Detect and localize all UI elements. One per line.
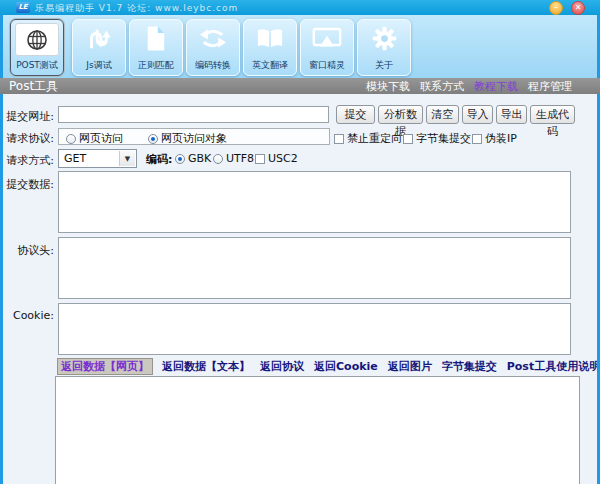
radio-label: 网页访问对象 xyxy=(161,131,227,146)
tab-byteset-submit[interactable]: 字节集提交 xyxy=(441,358,498,375)
import-button[interactable]: 导入 xyxy=(462,105,493,124)
radio-label: GBK xyxy=(188,152,211,165)
radio-label: UTF8 xyxy=(226,152,254,165)
checkbox-no-redirect[interactable]: 禁止重定向 xyxy=(334,131,402,146)
tab-return-image[interactable]: 返回图片 xyxy=(387,358,433,375)
radio-web-access[interactable]: 网页访问 xyxy=(66,131,123,146)
checkbox-label: USC2 xyxy=(268,152,298,165)
output-panel[interactable] xyxy=(55,376,580,484)
radio-web-access-object[interactable]: 网页访问对象 xyxy=(148,131,227,146)
checkbox-usc2[interactable]: USC2 xyxy=(255,152,298,165)
document-icon xyxy=(134,23,178,54)
window-border-left xyxy=(0,0,3,484)
toolbar-button-js-debug[interactable]: Js调试 xyxy=(72,19,126,76)
menu-item-contact[interactable]: 联系方式 xyxy=(420,79,464,94)
close-button[interactable]: ✕ xyxy=(571,1,585,15)
gear-icon xyxy=(362,23,406,54)
menubar: Post工具 模块下载 联系方式 教程下载 程序管理 xyxy=(0,78,600,94)
toolbar-button-label: 正则匹配 xyxy=(130,59,182,72)
page-title: Post工具 xyxy=(9,78,58,95)
export-button[interactable]: 导出 xyxy=(496,105,527,124)
encoding-label: 编码: xyxy=(146,152,172,167)
radio-icon[interactable] xyxy=(66,134,76,144)
url-input[interactable] xyxy=(58,106,329,123)
toolbar-button-label: 关于 xyxy=(358,59,410,72)
checkbox-icon[interactable] xyxy=(403,134,413,144)
analyze-data-button[interactable]: 分析数据 xyxy=(378,105,423,124)
checkbox-fake-ip[interactable]: 伪装IP xyxy=(472,131,517,146)
toolbar-button-about[interactable]: 关于 xyxy=(357,19,411,76)
tab-return-protocol[interactable]: 返回协议 xyxy=(259,358,305,375)
clear-button[interactable]: 清空 xyxy=(426,105,459,124)
toolbar-button-translate[interactable]: 英文翻译 xyxy=(243,19,297,76)
cookie-label: Cookie: xyxy=(0,309,54,322)
app-window: LE 乐易编程助手 V1.7 论坛: www.leybc.com – ✕ POS… xyxy=(0,0,600,484)
checkbox-label: 字节集提交 xyxy=(416,131,471,146)
radio-gbk[interactable]: GBK xyxy=(175,152,211,165)
toolbar-button-label: 英文翻译 xyxy=(244,59,296,72)
toolbar-button-label: 窗口精灵 xyxy=(301,59,353,72)
url-label: 提交网址: xyxy=(0,109,54,124)
menu-item-module-download[interactable]: 模块下载 xyxy=(366,79,410,94)
result-tabstrip: 返回数据【网页】 返回数据【文本】 返回协议 返回Cookie 返回图片 字节集… xyxy=(57,358,600,374)
window-arrow-icon xyxy=(305,23,349,54)
protocol-label: 请求协议: xyxy=(0,131,54,146)
tab-return-cookie[interactable]: 返回Cookie xyxy=(313,358,379,375)
radio-utf8[interactable]: UTF8 xyxy=(213,152,254,165)
checkbox-icon[interactable] xyxy=(255,154,265,164)
post-data-textarea[interactable] xyxy=(58,171,571,233)
headers-label: 协议头: xyxy=(0,243,54,258)
menu-links: 模块下载 联系方式 教程下载 程序管理 xyxy=(366,79,572,94)
radio-icon[interactable] xyxy=(148,134,158,144)
menu-item-tutorial-download[interactable]: 教程下载 xyxy=(474,79,518,94)
submit-button[interactable]: 提交 xyxy=(336,105,375,124)
globe-icon xyxy=(15,23,59,56)
checkbox-label: 禁止重定向 xyxy=(347,131,402,146)
checkbox-label: 伪装IP xyxy=(485,131,517,146)
tab-return-data-web[interactable]: 返回数据【网页】 xyxy=(57,358,153,375)
book-icon xyxy=(248,23,292,54)
headers-textarea[interactable] xyxy=(58,237,571,299)
titlebar: LE 乐易编程助手 V1.7 论坛: www.leybc.com – ✕ xyxy=(0,0,600,15)
minimize-button[interactable]: – xyxy=(549,1,563,15)
app-logo: LE xyxy=(16,2,30,13)
toolbar: POST测试 Js调试 正则匹配 xyxy=(0,15,600,78)
tab-return-data-text[interactable]: 返回数据【文本】 xyxy=(161,358,251,375)
checkbox-icon[interactable] xyxy=(334,134,344,144)
checkbox-byteset-submit[interactable]: 字节集提交 xyxy=(403,131,471,146)
swap-arrows-icon xyxy=(191,23,235,54)
method-dropdown[interactable]: GET ▼ xyxy=(58,149,137,168)
toolbar-button-encode-convert[interactable]: 编码转换 xyxy=(186,19,240,76)
post-data-label: 提交数据: xyxy=(0,177,54,192)
arrows-up-down-icon xyxy=(77,23,121,54)
checkbox-icon[interactable] xyxy=(472,134,482,144)
toolbar-button-window-sprite[interactable]: 窗口精灵 xyxy=(300,19,354,76)
cookie-textarea[interactable] xyxy=(58,303,571,355)
menu-item-program-manage[interactable]: 程序管理 xyxy=(528,79,572,94)
radio-icon[interactable] xyxy=(213,154,223,164)
toolbar-button-label: Js调试 xyxy=(73,59,125,72)
toolbar-button-label: POST测试 xyxy=(11,59,63,72)
window-title: 乐易编程助手 V1.7 论坛: www.leybc.com xyxy=(35,2,238,15)
method-value: GET xyxy=(64,152,86,165)
tab-usage-help[interactable]: Post工具使用说明 xyxy=(506,358,600,375)
toolbar-button-label: 编码转换 xyxy=(187,59,239,72)
radio-icon[interactable] xyxy=(175,154,185,164)
toolbar-button-regex[interactable]: 正则匹配 xyxy=(129,19,183,76)
method-label: 请求方式: xyxy=(0,153,54,168)
radio-label: 网页访问 xyxy=(79,131,123,146)
chevron-down-icon[interactable]: ▼ xyxy=(119,151,135,166)
generate-code-button[interactable]: 生成代码 xyxy=(530,105,575,124)
toolbar-button-post-test[interactable]: POST测试 xyxy=(10,19,64,76)
